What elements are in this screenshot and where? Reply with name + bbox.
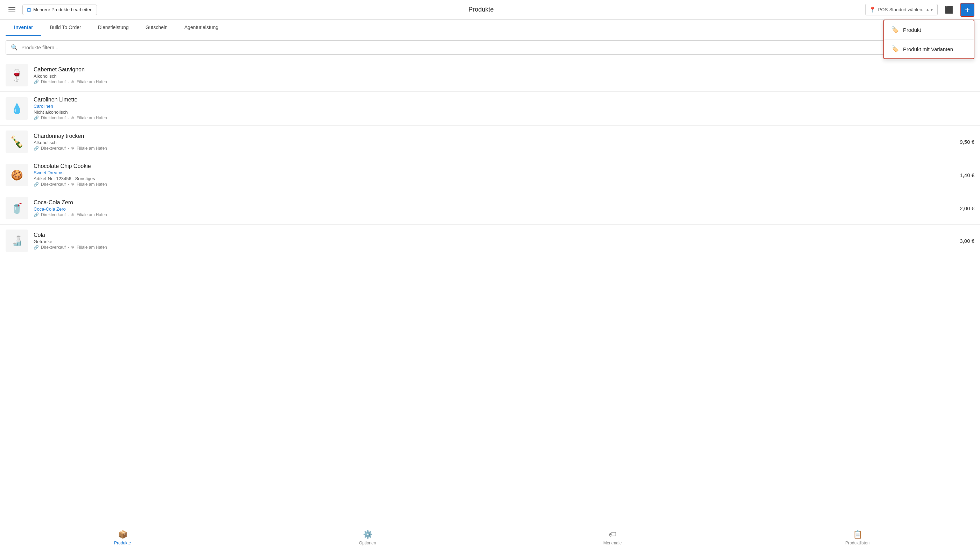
product-thumbnail: 🍪 <box>6 164 28 186</box>
list-item[interactable]: 🍪 Chocolate Chip Cookie Sweet Dreams Art… <box>0 158 980 192</box>
product-list: 🍷 Cabernet Sauvignon Alkoholisch 🔗 Direk… <box>0 59 980 525</box>
pos-selector[interactable]: 📍 POS-Standort wählen. ▲▼ <box>865 4 938 15</box>
product-image: 🥤 <box>11 203 23 214</box>
tab-dienstleistung[interactable]: Dienstleistung <box>90 20 137 36</box>
produkt-icon: 🏷️ <box>891 26 899 33</box>
product-name: Chocolate Chip Cookie <box>33 163 954 169</box>
product-thumbnail: 🥤 <box>6 197 28 219</box>
branch-icon: ❄ <box>71 146 75 151</box>
dropdown-item-produkt[interactable]: 🏷️ Produkt <box>884 20 974 39</box>
product-thumbnail: 💧 <box>6 97 28 120</box>
product-price: 3,00 € <box>960 238 974 244</box>
list-item[interactable]: 🥤 Coca-Cola Zero Coca-Cola Zero 🔗 Direkt… <box>0 192 980 225</box>
nav-item-produkte[interactable]: 📦 Produkte <box>0 525 245 550</box>
product-image: 🍶 <box>11 235 23 246</box>
product-category: Alkoholisch <box>33 73 969 79</box>
product-price: 1,40 € <box>960 172 974 178</box>
product-info: Cola Getränke 🔗 Direktverkauf · ❄ Filial… <box>33 232 954 250</box>
header: ⊞ Mehrere Produkte bearbeiten Produkte 📍… <box>0 0 980 20</box>
product-thumbnail: 🍾 <box>6 130 28 153</box>
product-sub-info: Artikel-Nr.: 123456 · Sonstiges <box>33 176 954 181</box>
optionen-icon: ⚙️ <box>363 530 372 539</box>
nav-item-optionen-label: Optionen <box>359 540 376 545</box>
nav-item-optionen[interactable]: ⚙️ Optionen <box>245 525 490 550</box>
product-name: Chardonnay trocken <box>33 133 954 139</box>
location-icon: 📍 <box>869 6 876 13</box>
product-name: Coca-Cola Zero <box>33 199 954 206</box>
product-thumbnail: 🍶 <box>6 229 28 252</box>
nav-item-produktlisten-label: Produktlisten <box>845 540 869 545</box>
product-image: 🍷 <box>10 68 24 82</box>
product-meta: 🔗 Direktverkauf · ❄ Filiale am Hafen <box>33 182 954 187</box>
direct-sale-icon: 🔗 <box>33 182 39 187</box>
product-image: 🍾 <box>10 135 24 148</box>
barcode-button[interactable]: ⬛ <box>942 3 956 17</box>
nav-item-merkmale[interactable]: 🏷 Merkmale <box>490 525 735 550</box>
product-meta: 🔗 Direktverkauf · ❄ Filiale am Hafen <box>33 79 969 84</box>
nav-item-merkmale-label: Merkmale <box>603 540 622 545</box>
search-icon: 🔍 <box>11 44 18 51</box>
direct-sale-icon: 🔗 <box>33 116 39 120</box>
produkte-icon: 📦 <box>118 530 127 539</box>
barcode-icon: ⬛ <box>945 6 953 14</box>
merkmale-icon: 🏷 <box>609 530 616 539</box>
product-category-link[interactable]: Coca-Cola Zero <box>33 207 954 212</box>
edit-multiple-button[interactable]: ⊞ Mehrere Produkte bearbeiten <box>22 5 97 15</box>
product-meta: 🔗 Direktverkauf · ❄ Filiale am Hafen <box>33 146 954 151</box>
product-image: 💧 <box>11 103 23 114</box>
product-info: Cabernet Sauvignon Alkoholisch 🔗 Direktv… <box>33 67 969 84</box>
tab-gutschein[interactable]: Gutschein <box>137 20 176 36</box>
dropdown-item-produkt-varianten-label: Produkt mit Varianten <box>903 46 953 52</box>
product-meta: 🔗 Direktverkauf · ❄ Filiale am Hafen <box>33 245 954 250</box>
dropdown-item-produkt-varianten[interactable]: 🏷️ Produkt mit Varianten <box>884 39 974 59</box>
direct-sale-icon: 🔗 <box>33 79 39 84</box>
product-category: Alkoholisch <box>33 140 954 145</box>
page-title: Produkte <box>97 6 865 13</box>
plus-icon: + <box>965 5 970 15</box>
direct-sale-icon: 🔗 <box>33 212 39 217</box>
header-right: 📍 POS-Standort wählen. ▲▼ ⬛ + <box>865 3 974 17</box>
list-item[interactable]: 🍶 Cola Getränke 🔗 Direktverkauf · ❄ Fili… <box>0 225 980 257</box>
chevron-up-down-icon: ▲▼ <box>925 7 934 12</box>
nav-item-produktlisten[interactable]: 📋 Produktlisten <box>735 525 980 550</box>
pos-selector-label: POS-Standort wählen. <box>878 7 923 12</box>
product-info: Coca-Cola Zero Coca-Cola Zero 🔗 Direktve… <box>33 199 954 217</box>
branch-icon: ❄ <box>71 182 75 187</box>
bottom-nav: 📦 Produkte ⚙️ Optionen 🏷 Merkmale 📋 Prod… <box>0 525 980 550</box>
product-sub-category: Nicht alkoholisch <box>33 110 969 115</box>
product-info: Chocolate Chip Cookie Sweet Dreams Artik… <box>33 163 954 187</box>
direct-sale-icon: 🔗 <box>33 245 39 250</box>
nav-item-produkte-label: Produkte <box>114 540 131 545</box>
product-price: 2,00 € <box>960 205 974 211</box>
product-price: 9,50 € <box>960 139 974 145</box>
branch-icon: ❄ <box>71 212 75 217</box>
dropdown-item-produkt-label: Produkt <box>903 27 921 33</box>
search-bar: 🔍 <box>0 36 980 59</box>
edit-button-label: Mehrere Produkte bearbeiten <box>33 7 92 12</box>
product-name: Carolinen Limette <box>33 97 969 103</box>
produktlisten-icon: 📋 <box>853 530 862 539</box>
tab-inventar[interactable]: Inventar <box>6 20 41 36</box>
tabs-bar: Inventar Build To Order Dienstleistung G… <box>0 20 980 36</box>
menu-button[interactable] <box>6 5 18 15</box>
product-category-link[interactable]: Carolinen <box>33 103 969 109</box>
edit-icon: ⊞ <box>27 7 31 13</box>
tab-agenturleistung[interactable]: Agenturleistung <box>176 20 227 36</box>
tab-build-to-order[interactable]: Build To Order <box>41 20 89 36</box>
list-item[interactable]: 💧 Carolinen Limette Carolinen Nicht alko… <box>0 92 980 126</box>
search-input-wrapper: 🔍 <box>6 40 974 54</box>
product-name: Cabernet Sauvignon <box>33 67 969 73</box>
produkt-varianten-icon: 🏷️ <box>891 45 899 53</box>
add-product-button[interactable]: + <box>960 3 974 17</box>
product-category-link[interactable]: Sweet Dreams <box>33 170 954 175</box>
branch-icon: ❄ <box>71 79 75 84</box>
product-image: 🍪 <box>11 169 23 181</box>
product-meta: 🔗 Direktverkauf · ❄ Filiale am Hafen <box>33 116 969 120</box>
search-input[interactable] <box>21 45 969 50</box>
list-item[interactable]: 🍷 Cabernet Sauvignon Alkoholisch 🔗 Direk… <box>0 59 980 92</box>
list-item[interactable]: 🍾 Chardonnay trocken Alkoholisch 🔗 Direk… <box>0 126 980 158</box>
product-info: Carolinen Limette Carolinen Nicht alkoho… <box>33 97 969 120</box>
product-name: Cola <box>33 232 954 238</box>
add-product-dropdown: 🏷️ Produkt 🏷️ Produkt mit Varianten <box>883 20 974 59</box>
product-info: Chardonnay trocken Alkoholisch 🔗 Direktv… <box>33 133 954 151</box>
